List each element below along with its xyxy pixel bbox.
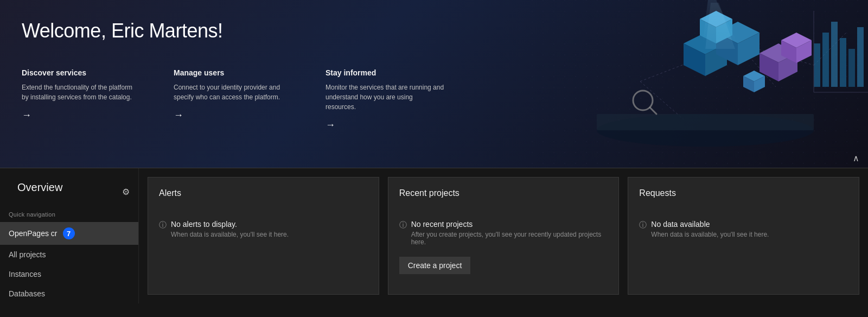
hero-card-discover: Discover services Extend the functionali… [22, 68, 141, 131]
svg-rect-36 [857, 27, 864, 87]
recent-projects-main: No recent projects [411, 220, 608, 229]
manage-body: Connect to your identity provider and sp… [174, 83, 293, 102]
alerts-message: ⓘ No alerts to display. When data is ava… [159, 220, 368, 238]
alerts-title: Alerts [159, 188, 368, 198]
manage-arrow[interactable]: → [174, 110, 183, 121]
recent-projects-sub: After you create projects, you'll see yo… [411, 231, 608, 246]
create-project-button[interactable]: Create a project [399, 257, 471, 274]
settings-icon[interactable]: ⚙ [122, 187, 130, 197]
recent-projects-message: ⓘ No recent projects After you create pr… [399, 220, 608, 246]
sidebar-item-databases[interactable]: Databases [0, 284, 138, 303]
stay-arrow[interactable]: → [326, 119, 335, 131]
svg-rect-33 [831, 22, 838, 87]
alerts-info-icon: ⓘ [159, 220, 167, 230]
svg-rect-32 [822, 33, 829, 87]
svg-rect-35 [848, 49, 855, 87]
recent-projects-panel: Recent projects ⓘ No recent projects Aft… [388, 177, 620, 295]
hero-illustration [532, 0, 868, 168]
hero-section: Welcome, Eric Martens! Discover services… [0, 0, 868, 168]
requests-message: ⓘ No data available When data is availab… [639, 220, 848, 238]
svg-rect-34 [840, 38, 846, 87]
sidebar-item-openpages[interactable]: OpenPages cr 7 [0, 222, 138, 245]
requests-sub: When data is available, you'll see it he… [651, 231, 769, 238]
alerts-main: No alerts to display. [171, 220, 289, 229]
hero-card-manage: Manage users Connect to your identity pr… [174, 68, 293, 131]
nav-badge-openpages: 7 [63, 227, 75, 239]
svg-rect-28 [597, 114, 814, 130]
discover-title: Discover services [22, 68, 141, 77]
svg-rect-31 [814, 43, 820, 87]
requests-panel: Requests ⓘ No data available When data i… [628, 177, 859, 295]
recent-projects-info-icon: ⓘ [399, 220, 407, 230]
sidebar-item-openpages-label: OpenPages cr [9, 229, 58, 238]
hero-collapse-button[interactable]: ∧ [853, 153, 859, 163]
overview-header: Overview ⚙ [0, 181, 138, 211]
requests-info-icon: ⓘ [639, 220, 647, 230]
hero-card-stay: Stay informed Monitor the services that … [326, 68, 445, 131]
stay-title: Stay informed [326, 68, 445, 77]
sidebar-item-databases-label: Databases [9, 289, 45, 298]
requests-title: Requests [639, 188, 848, 198]
sidebar-item-instances[interactable]: Instances [0, 264, 138, 284]
recent-projects-title: Recent projects [399, 188, 608, 198]
sidebar-item-all-projects-label: All projects [9, 250, 46, 259]
sidebar-item-all-projects[interactable]: All projects [0, 245, 138, 264]
requests-main: No data available [651, 220, 769, 229]
sidebar: Overview ⚙ Quick navigation OpenPages cr… [0, 168, 139, 303]
main-content: Overview ⚙ Quick navigation OpenPages cr… [0, 168, 868, 303]
discover-body: Extend the functionality of the platform… [22, 83, 141, 102]
stay-body: Monitor the services that are running an… [326, 83, 445, 112]
manage-title: Manage users [174, 68, 293, 77]
panels-container: Alerts ⓘ No alerts to display. When data… [139, 168, 868, 303]
discover-arrow[interactable]: → [22, 110, 31, 121]
overview-title: Overview [9, 181, 71, 202]
alerts-panel: Alerts ⓘ No alerts to display. When data… [148, 177, 379, 295]
quick-nav-label: Quick navigation [0, 211, 138, 222]
sidebar-item-instances-label: Instances [9, 270, 41, 278]
alerts-sub: When data is available, you'll see it he… [171, 231, 289, 238]
